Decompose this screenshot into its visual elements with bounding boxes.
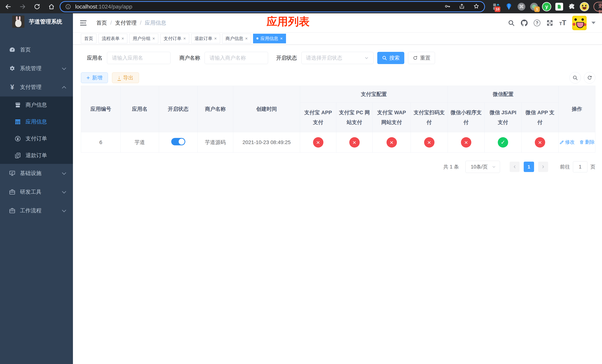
sidebar-item-app-info[interactable]: 应用信息: [0, 113, 73, 130]
sidebar-collapse-icon[interactable]: [80, 19, 87, 27]
sidebar-item-system[interactable]: 系统管理: [0, 59, 73, 78]
close-icon[interactable]: ×: [280, 36, 283, 41]
url-host: localhost: [75, 3, 97, 10]
site-info-icon[interactable]: [65, 4, 71, 10]
sidebar-menu: 首页系统管理¥支付管理商户信息应用信息支付订单退款订单基础设施研发工具工作流程: [0, 40, 73, 220]
toolbox-icon: [9, 207, 16, 214]
extension-badge: 10: [495, 7, 500, 12]
enabled-toggle[interactable]: [171, 138, 185, 145]
tab-label: 首页: [84, 36, 93, 42]
sidebar-item-pay-order[interactable]: 支付订单: [0, 130, 73, 147]
help-icon[interactable]: ?: [534, 20, 540, 26]
page-unit-label: 页: [590, 163, 595, 170]
close-icon[interactable]: ×: [152, 36, 155, 41]
tab-process-form[interactable]: 流程表单×: [98, 34, 127, 43]
table-toolbar: +新增 ↓导出: [81, 72, 595, 83]
bookmark-star-icon[interactable]: [473, 3, 479, 10]
refresh-table-button[interactable]: [584, 72, 595, 84]
cross-circle-icon: ×: [535, 137, 545, 148]
sidebar-item-home[interactable]: 首页: [0, 40, 73, 59]
sidebar-item-label: 退款订单: [26, 152, 47, 159]
cross-circle-icon: ×: [387, 137, 397, 148]
github-icon[interactable]: [521, 20, 528, 26]
sidebar-item-label: 首页: [20, 46, 31, 54]
status-select[interactable]: 请选择开启状态: [301, 52, 374, 64]
fullscreen-icon[interactable]: [546, 20, 553, 26]
password-key-icon[interactable]: [444, 3, 451, 10]
search-icon[interactable]: [508, 20, 515, 26]
extension-notes-icon[interactable]: [555, 2, 563, 11]
chevron-down-icon: [62, 189, 66, 194]
merchant-name-input[interactable]: [204, 52, 268, 64]
toggle-search-button[interactable]: [570, 72, 581, 84]
tab-refund-order[interactable]: 退款订单×: [191, 34, 220, 43]
url-text[interactable]: localhost:1024/pay/app: [75, 3, 444, 10]
profile-avatar-icon[interactable]: [580, 2, 589, 11]
next-page-button[interactable]: [538, 162, 548, 172]
tab-user-group[interactable]: 用户分组×: [129, 34, 158, 43]
sidebar-item-merchant-info[interactable]: 商户信息: [0, 96, 73, 113]
font-size-icon[interactable]: TT: [559, 19, 566, 27]
tab-app-info[interactable]: 应用信息×: [253, 34, 286, 43]
sidebar-item-refund-order[interactable]: 退款订单: [0, 147, 73, 164]
share-icon[interactable]: [459, 3, 465, 10]
pagination: 共 1 条 10条/页 1 前往 页: [81, 161, 595, 173]
back-icon[interactable]: [4, 3, 12, 10]
breadcrumb-separator: /: [140, 20, 141, 26]
main-area: 首页 / 支付管理 / 应用信息 ? TT 首页流程表单×用户分组×支付订单×退…: [73, 13, 602, 364]
sidebar-item-workflow[interactable]: 工作流程: [0, 201, 73, 220]
extension-y-icon[interactable]: y: [542, 2, 551, 11]
cross-circle-icon: ×: [461, 137, 471, 148]
chevron-right-icon: [541, 165, 545, 169]
home-icon[interactable]: [48, 3, 55, 10]
close-icon[interactable]: ×: [245, 36, 248, 41]
edit-link[interactable]: 修改: [559, 139, 575, 145]
close-icon[interactable]: ×: [121, 36, 124, 41]
address-bar[interactable]: localhost:1024/pay/app: [60, 2, 484, 11]
export-button[interactable]: ↓导出: [112, 72, 139, 83]
reset-button[interactable]: 重置: [408, 52, 435, 64]
user-avatar[interactable]: [572, 16, 587, 30]
breadcrumb-home[interactable]: 首页: [96, 19, 107, 27]
page-size-select[interactable]: 10条/页: [465, 161, 500, 173]
search-button[interactable]: 搜索: [377, 52, 404, 64]
tab-label: 流程表单: [102, 36, 119, 42]
app-name-input[interactable]: [107, 52, 171, 64]
browser-toolbar: localhost:1024/pay/app 10 ⌘ 1 y: [0, 0, 602, 13]
close-icon[interactable]: ×: [183, 36, 186, 41]
tab-pay-order[interactable]: 支付订单×: [160, 34, 189, 43]
page-number-button[interactable]: 1: [524, 162, 534, 172]
plus-icon: +: [86, 75, 90, 81]
close-icon[interactable]: ×: [214, 36, 217, 41]
extension-cmd-icon[interactable]: ⌘: [517, 2, 526, 11]
tab-home[interactable]: 首页: [81, 34, 97, 43]
breadcrumb-separator: /: [110, 20, 112, 26]
avatar-caret-icon[interactable]: [591, 22, 595, 24]
apps-table: 应用编号应用名开启状态商户名称创建时间支付宝配置微信配置操作支付宝 APP 支付…: [81, 86, 595, 152]
breadcrumb-payment[interactable]: 支付管理: [115, 19, 137, 27]
delete-link[interactable]: 删除: [579, 139, 595, 145]
sidebar-item-dev-tools[interactable]: 研发工具: [0, 182, 73, 201]
prev-page-button[interactable]: [510, 162, 520, 172]
puzzle-extensions-icon[interactable]: [568, 2, 576, 11]
tab-merchant-info[interactable]: 商户信息×: [222, 34, 251, 43]
goto-page-input[interactable]: [573, 161, 587, 172]
table-row: 6芋道芋道源码2021-10-23 08:49:25×××××✓×修改删除: [81, 132, 595, 152]
app-name-label: 应用名: [87, 54, 103, 62]
reload-icon[interactable]: [33, 3, 41, 10]
app-title: 芋道管理系统: [29, 18, 62, 26]
sidebar-item-label: 应用信息: [26, 118, 47, 126]
extension-tabs-icon[interactable]: 10: [492, 2, 501, 11]
sidebar-item-label: 系统管理: [20, 65, 42, 72]
browser-update-button[interactable]: 更新: [593, 2, 602, 11]
extension-balloon-icon[interactable]: [505, 2, 513, 11]
extension-recorder-icon[interactable]: 1: [530, 2, 538, 11]
cell-app-id: 6: [81, 132, 121, 152]
cell-merchant-name: 芋道源码: [197, 132, 233, 152]
column-sub-header: 支付宝 WAP 网站支付: [373, 103, 411, 132]
forward-icon[interactable]: [19, 3, 26, 10]
add-button[interactable]: +新增: [81, 72, 108, 83]
sidebar-item-payment[interactable]: ¥支付管理: [0, 78, 73, 96]
tags-view-bar: 首页流程表单×用户分组×支付订单×退款订单×商户信息×应用信息×: [73, 32, 602, 44]
sidebar-item-infra[interactable]: 基础设施: [0, 164, 73, 182]
